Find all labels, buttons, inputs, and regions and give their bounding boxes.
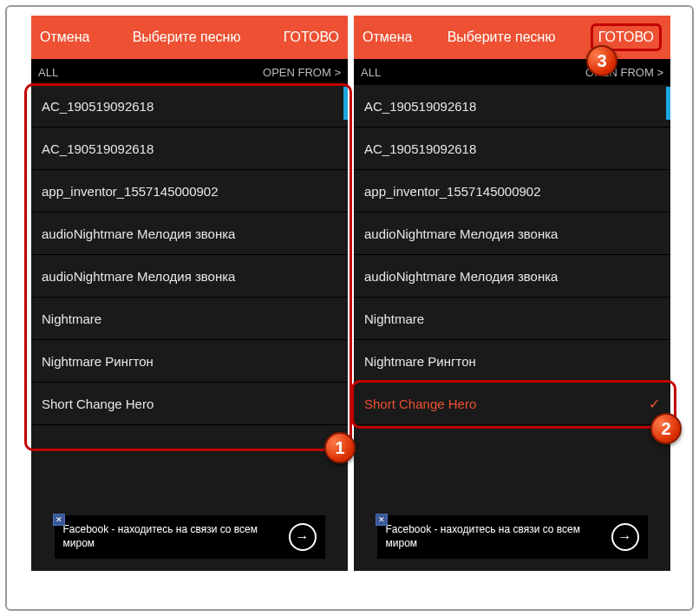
ad-close-icon[interactable]: ✕: [376, 514, 388, 526]
open-from-button[interactable]: OPEN FROM >: [263, 66, 341, 79]
phone-screen-right: Отмена Выберите песню ГОТОВО ALL OPEN FR…: [354, 16, 670, 571]
arrow-right-icon[interactable]: →: [611, 523, 639, 551]
filter-all[interactable]: ALL: [361, 66, 381, 79]
song-list: AC_190519092618 AC_190519092618 app_inve…: [354, 85, 670, 425]
arrow-right-icon[interactable]: →: [289, 523, 317, 551]
header-title: Выберите песню: [133, 29, 241, 45]
scroll-indicator[interactable]: [666, 87, 670, 120]
list-item[interactable]: Short Change Hero: [31, 383, 348, 425]
header-bar: Отмена Выберите песню ГОТОВО: [354, 16, 670, 59]
scroll-indicator[interactable]: [343, 87, 348, 120]
list-item[interactable]: AC_190519092618: [354, 128, 670, 170]
filter-all[interactable]: ALL: [38, 66, 58, 79]
list-item[interactable]: Nightmare: [31, 298, 348, 340]
header-bar: Отмена Выберите песню ГОТОВО: [31, 16, 348, 59]
list-item[interactable]: audioNightmare Мелодия звонка: [354, 213, 670, 255]
list-item[interactable]: app_inventor_1557145000902: [354, 170, 670, 213]
list-item[interactable]: Nightmare Рингтон: [354, 340, 670, 383]
list-item[interactable]: AC_190519092618: [31, 85, 348, 128]
ad-text: Facebook - находитесь на связи со всем м…: [386, 523, 604, 550]
list-item[interactable]: audioNightmare Мелодия звонка: [31, 213, 348, 255]
ad-text: Facebook - находитесь на связи со всем м…: [63, 523, 282, 550]
filter-bar: ALL OPEN FROM >: [31, 59, 348, 85]
step-badge-1: 1: [324, 432, 356, 463]
list-item[interactable]: audioNightmare Мелодия звонка: [31, 255, 348, 298]
step-badge-2: 2: [650, 413, 682, 444]
list-item-label: Short Change Hero: [364, 396, 476, 411]
list-item-selected[interactable]: Short Change Hero ✓: [354, 383, 670, 425]
song-list: AC_190519092618 AC_190519092618 app_inve…: [31, 85, 348, 425]
ad-banner[interactable]: ✕ Facebook - находитесь на связи со всем…: [377, 515, 648, 559]
list-item[interactable]: AC_190519092618: [354, 85, 670, 128]
list-item[interactable]: AC_190519092618: [31, 128, 348, 170]
cancel-button[interactable]: Отмена: [40, 29, 89, 45]
list-item[interactable]: app_inventor_1557145000902: [31, 170, 348, 213]
header-title: Выберите песню: [447, 29, 556, 45]
phone-screen-left: Отмена Выберите песню ГОТОВО ALL OPEN FR…: [31, 16, 348, 571]
step-badge-3: 3: [586, 45, 617, 76]
ad-banner[interactable]: ✕ Facebook - находитесь на связи со всем…: [55, 515, 325, 559]
ad-close-icon[interactable]: ✕: [53, 514, 65, 526]
checkmark-icon: ✓: [649, 396, 660, 412]
list-item[interactable]: Nightmare: [354, 298, 670, 340]
filter-bar: ALL OPEN FROM >: [354, 59, 670, 85]
list-item[interactable]: audioNightmare Мелодия звонка: [354, 255, 670, 298]
list-item[interactable]: Nightmare Рингтон: [31, 340, 348, 383]
cancel-button[interactable]: Отмена: [363, 29, 412, 45]
done-button[interactable]: ГОТОВО: [284, 29, 339, 45]
